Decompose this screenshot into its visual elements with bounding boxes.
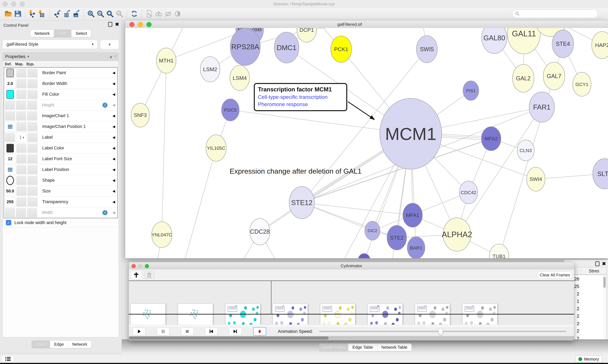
node-swi5[interactable]: SWI5: [416, 36, 437, 63]
node-swi4[interactable]: SWI4: [527, 167, 545, 191]
property-byp-cell[interactable]: [28, 68, 38, 78]
export-table-button[interactable]: [62, 9, 71, 19]
node-gal80[interactable]: GAL80: [482, 28, 507, 54]
timeline-playhead[interactable]: [271, 281, 271, 314]
node-far1[interactable]: FAR1: [529, 92, 554, 122]
annotation-link[interactable]: Pheromone response: [258, 101, 343, 107]
property-map-cell[interactable]: [16, 154, 27, 164]
property-row-transparency[interactable]: 255Transparency◀: [4, 196, 117, 207]
node-gcy1[interactable]: GCY1: [573, 72, 591, 96]
property-byp-cell[interactable]: [28, 197, 38, 207]
property-byp-cell[interactable]: [28, 143, 38, 153]
network-canvas[interactable]: RPS28BDCP1RPS28ADMC1PCK1SWI5GAL80GAL11ST…: [125, 28, 608, 258]
next-frame-button[interactable]: [229, 327, 241, 335]
close-panel-icon[interactable]: ✖: [115, 22, 119, 27]
property-def-cell[interactable]: 2.0: [5, 79, 15, 88]
property-byp-cell[interactable]: [27, 208, 37, 217]
lock-node-size-checkbox[interactable]: ✓: [6, 220, 11, 225]
clear-all-frames-button[interactable]: Clear All Frames: [538, 271, 572, 279]
property-def-cell[interactable]: [5, 101, 15, 110]
property-byp-cell[interactable]: [28, 122, 38, 131]
property-byp-cell[interactable]: [28, 187, 38, 196]
timeline-scrollbar[interactable]: [129, 336, 574, 340]
node-mth1[interactable]: MTH1: [156, 48, 176, 73]
frame-thumbnail-4[interactable]: MCM1: [273, 304, 308, 327]
property-map-cell[interactable]: [16, 187, 27, 196]
node-cdc28[interactable]: CDC28: [250, 218, 270, 245]
property-def-cell[interactable]: [5, 176, 15, 185]
expand-property-icon[interactable]: ◀: [112, 71, 115, 75]
show-panels-button[interactable]: [2, 355, 14, 363]
property-map-cell[interactable]: [16, 90, 27, 99]
expand-property-icon[interactable]: ◀: [112, 92, 115, 96]
property-byp-cell[interactable]: [28, 133, 38, 142]
property-row-label-color[interactable]: Label Color◀: [4, 143, 117, 154]
slider-thumb[interactable]: [438, 328, 443, 335]
cyanimator-titlebar[interactable]: CyAnimator: [129, 262, 574, 270]
node-hap2[interactable]: HAP2: [592, 31, 608, 59]
search-input[interactable]: [520, 11, 593, 16]
property-row-label[interactable]: ⋮›Label◀: [4, 132, 117, 143]
node-lsm4[interactable]: LSM4: [230, 65, 249, 91]
node-pis1[interactable]: PIS1: [463, 81, 479, 100]
chevron-down-icon[interactable]: ▾: [28, 54, 29, 59]
pause-button[interactable]: [157, 327, 169, 335]
node-gal2[interactable]: GAL2: [512, 64, 534, 92]
expand-property-icon[interactable]: ◀: [112, 168, 115, 172]
property-row-label-font-size[interactable]: 12Label Font Size◀: [4, 154, 117, 164]
property-row-label-position[interactable]: Label Position◀: [4, 164, 117, 175]
expand-property-icon[interactable]: ◀: [112, 103, 115, 107]
property-def-cell[interactable]: [5, 111, 15, 120]
node-mfa2[interactable]: MFA2: [481, 127, 501, 151]
property-map-cell[interactable]: [16, 111, 26, 120]
zoom-fit-button[interactable]: [105, 9, 115, 19]
float-panel-icon[interactable]: [595, 261, 599, 266]
animation-timeline[interactable]: MCM1MCM1MCM1MCM1MCM1MCM1: [129, 281, 574, 324]
search-box[interactable]: [512, 10, 598, 18]
property-def-cell[interactable]: [5, 208, 15, 217]
property-row-shape[interactable]: Shape◀: [4, 175, 117, 186]
style-selector[interactable]: galFiltered Style ▾: [2, 40, 97, 49]
tab-network-table[interactable]: Network Table: [377, 344, 412, 351]
tab-edge[interactable]: Edge: [50, 341, 68, 348]
expand-property-icon[interactable]: ◀: [112, 157, 115, 161]
network-window-titlebar[interactable]: galFiltered.sif: [125, 20, 608, 28]
export-image-button[interactable]: [71, 9, 81, 19]
property-byp-cell[interactable]: [28, 154, 38, 164]
expand-property-icon[interactable]: ◀: [112, 146, 115, 150]
property-def-cell[interactable]: [5, 68, 15, 78]
save-session-button[interactable]: [13, 9, 23, 19]
expand-property-icon[interactable]: ◀: [112, 114, 115, 118]
table-column-stress[interactable]: Stres: [589, 269, 599, 273]
property-def-cell[interactable]: 12: [5, 154, 15, 164]
annotation-box[interactable]: Transcription factor MCM1 Cell-type-spec…: [254, 83, 347, 111]
property-def-cell[interactable]: 255: [5, 197, 15, 207]
property-map-cell[interactable]: [16, 208, 26, 217]
tab-style[interactable]: Style: [54, 30, 71, 37]
property-def-cell[interactable]: [5, 133, 15, 142]
expand-property-icon[interactable]: ◀: [112, 125, 115, 129]
frame-thumbnail-7[interactable]: MCM1: [415, 304, 450, 327]
annotation-link[interactable]: Cell-type-specific transcription: [258, 94, 343, 100]
import-table-button[interactable]: [37, 9, 47, 19]
property-map-cell[interactable]: ⋮›: [16, 133, 27, 142]
tab-select[interactable]: Select: [71, 30, 91, 37]
tab-edge-table[interactable]: Edge Table: [348, 344, 377, 351]
node-mfa1[interactable]: MFA1: [403, 203, 422, 227]
property-def-cell[interactable]: [5, 143, 15, 153]
tab-network[interactable]: Network: [68, 341, 91, 348]
maximize-window-icon[interactable]: [146, 22, 152, 27]
open-session-button[interactable]: [3, 9, 13, 19]
table-scrollbar[interactable]: [603, 275, 606, 348]
node-dmc1[interactable]: DMC1: [274, 32, 299, 63]
property-row-image-chart-1[interactable]: Image/Chart 1◀: [4, 111, 117, 121]
stop-button[interactable]: [181, 327, 193, 335]
minimize-window-icon[interactable]: [138, 22, 143, 27]
expand-property-icon[interactable]: ◀: [112, 211, 115, 215]
property-byp-cell[interactable]: [28, 79, 38, 88]
tab-node[interactable]: Node: [32, 341, 50, 348]
node-alpha2[interactable]: ALPHA2: [442, 218, 472, 251]
node-rps28a[interactable]: RPS28A: [230, 28, 260, 65]
expand-property-icon[interactable]: ◀: [112, 178, 115, 182]
property-def-cell[interactable]: 50.0: [5, 186, 15, 196]
